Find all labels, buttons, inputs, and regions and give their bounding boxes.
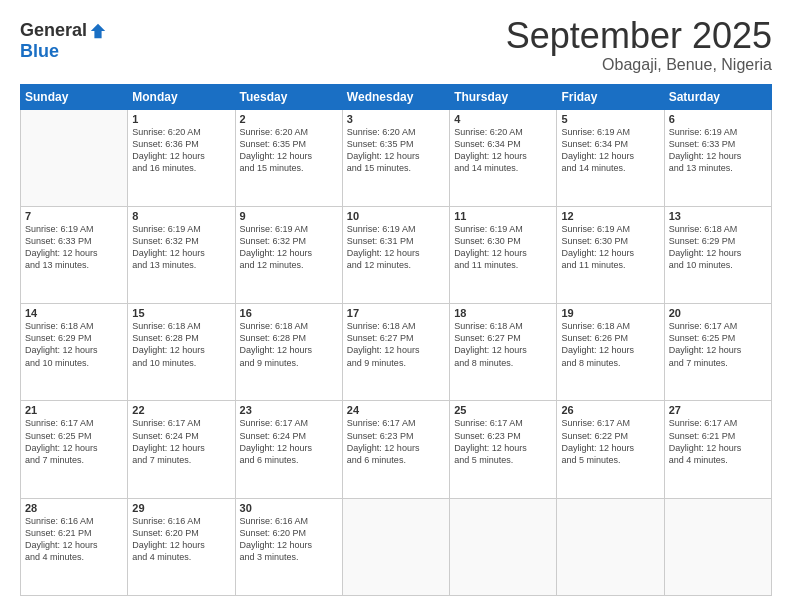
day-info: Sunrise: 6:17 AM Sunset: 6:23 PM Dayligh… <box>347 417 445 466</box>
day-info: Sunrise: 6:19 AM Sunset: 6:31 PM Dayligh… <box>347 223 445 272</box>
calendar-cell: 12Sunrise: 6:19 AM Sunset: 6:30 PM Dayli… <box>557 206 664 303</box>
day-info: Sunrise: 6:16 AM Sunset: 6:20 PM Dayligh… <box>132 515 230 564</box>
calendar-day-header: Sunday <box>21 84 128 109</box>
day-info: Sunrise: 6:17 AM Sunset: 6:25 PM Dayligh… <box>25 417 123 466</box>
day-info: Sunrise: 6:18 AM Sunset: 6:26 PM Dayligh… <box>561 320 659 369</box>
day-number: 18 <box>454 307 552 319</box>
calendar-day-header: Wednesday <box>342 84 449 109</box>
title-block: September 2025 Obagaji, Benue, Nigeria <box>506 16 772 74</box>
logo-blue: Blue <box>20 41 59 62</box>
day-info: Sunrise: 6:19 AM Sunset: 6:32 PM Dayligh… <box>132 223 230 272</box>
day-info: Sunrise: 6:19 AM Sunset: 6:33 PM Dayligh… <box>25 223 123 272</box>
day-info: Sunrise: 6:18 AM Sunset: 6:28 PM Dayligh… <box>132 320 230 369</box>
calendar-day-header: Thursday <box>450 84 557 109</box>
calendar-cell: 23Sunrise: 6:17 AM Sunset: 6:24 PM Dayli… <box>235 401 342 498</box>
day-number: 28 <box>25 502 123 514</box>
day-number: 2 <box>240 113 338 125</box>
calendar-week-row: 28Sunrise: 6:16 AM Sunset: 6:21 PM Dayli… <box>21 498 772 595</box>
day-info: Sunrise: 6:19 AM Sunset: 6:32 PM Dayligh… <box>240 223 338 272</box>
day-number: 20 <box>669 307 767 319</box>
day-number: 15 <box>132 307 230 319</box>
day-number: 11 <box>454 210 552 222</box>
calendar-cell: 1Sunrise: 6:20 AM Sunset: 6:36 PM Daylig… <box>128 109 235 206</box>
calendar-cell: 15Sunrise: 6:18 AM Sunset: 6:28 PM Dayli… <box>128 304 235 401</box>
calendar-cell: 9Sunrise: 6:19 AM Sunset: 6:32 PM Daylig… <box>235 206 342 303</box>
calendar-cell: 11Sunrise: 6:19 AM Sunset: 6:30 PM Dayli… <box>450 206 557 303</box>
day-number: 16 <box>240 307 338 319</box>
calendar-day-header: Saturday <box>664 84 771 109</box>
calendar-cell: 24Sunrise: 6:17 AM Sunset: 6:23 PM Dayli… <box>342 401 449 498</box>
calendar-cell: 13Sunrise: 6:18 AM Sunset: 6:29 PM Dayli… <box>664 206 771 303</box>
calendar-cell <box>557 498 664 595</box>
calendar-cell <box>21 109 128 206</box>
day-number: 6 <box>669 113 767 125</box>
svg-marker-0 <box>91 23 105 37</box>
calendar-cell: 30Sunrise: 6:16 AM Sunset: 6:20 PM Dayli… <box>235 498 342 595</box>
calendar-cell: 14Sunrise: 6:18 AM Sunset: 6:29 PM Dayli… <box>21 304 128 401</box>
calendar-cell <box>342 498 449 595</box>
calendar-cell: 16Sunrise: 6:18 AM Sunset: 6:28 PM Dayli… <box>235 304 342 401</box>
calendar-cell: 17Sunrise: 6:18 AM Sunset: 6:27 PM Dayli… <box>342 304 449 401</box>
day-number: 24 <box>347 404 445 416</box>
calendar-cell: 27Sunrise: 6:17 AM Sunset: 6:21 PM Dayli… <box>664 401 771 498</box>
calendar-cell: 25Sunrise: 6:17 AM Sunset: 6:23 PM Dayli… <box>450 401 557 498</box>
calendar-day-header: Tuesday <box>235 84 342 109</box>
calendar-cell: 4Sunrise: 6:20 AM Sunset: 6:34 PM Daylig… <box>450 109 557 206</box>
page-subtitle: Obagaji, Benue, Nigeria <box>506 56 772 74</box>
calendar-week-row: 1Sunrise: 6:20 AM Sunset: 6:36 PM Daylig… <box>21 109 772 206</box>
calendar-cell: 6Sunrise: 6:19 AM Sunset: 6:33 PM Daylig… <box>664 109 771 206</box>
day-number: 17 <box>347 307 445 319</box>
day-info: Sunrise: 6:17 AM Sunset: 6:24 PM Dayligh… <box>132 417 230 466</box>
calendar-week-row: 21Sunrise: 6:17 AM Sunset: 6:25 PM Dayli… <box>21 401 772 498</box>
day-number: 29 <box>132 502 230 514</box>
calendar-week-row: 7Sunrise: 6:19 AM Sunset: 6:33 PM Daylig… <box>21 206 772 303</box>
day-info: Sunrise: 6:20 AM Sunset: 6:35 PM Dayligh… <box>347 126 445 175</box>
header: General Blue September 2025 Obagaji, Ben… <box>20 16 772 74</box>
logo: General Blue <box>20 16 107 62</box>
day-info: Sunrise: 6:16 AM Sunset: 6:20 PM Dayligh… <box>240 515 338 564</box>
calendar-day-header: Friday <box>557 84 664 109</box>
day-info: Sunrise: 6:19 AM Sunset: 6:34 PM Dayligh… <box>561 126 659 175</box>
day-info: Sunrise: 6:17 AM Sunset: 6:23 PM Dayligh… <box>454 417 552 466</box>
day-number: 14 <box>25 307 123 319</box>
page: General Blue September 2025 Obagaji, Ben… <box>0 0 792 612</box>
day-info: Sunrise: 6:19 AM Sunset: 6:33 PM Dayligh… <box>669 126 767 175</box>
calendar-cell: 20Sunrise: 6:17 AM Sunset: 6:25 PM Dayli… <box>664 304 771 401</box>
calendar-cell: 21Sunrise: 6:17 AM Sunset: 6:25 PM Dayli… <box>21 401 128 498</box>
day-info: Sunrise: 6:17 AM Sunset: 6:22 PM Dayligh… <box>561 417 659 466</box>
logo-icon <box>89 22 107 40</box>
calendar-cell: 5Sunrise: 6:19 AM Sunset: 6:34 PM Daylig… <box>557 109 664 206</box>
day-number: 3 <box>347 113 445 125</box>
day-info: Sunrise: 6:19 AM Sunset: 6:30 PM Dayligh… <box>561 223 659 272</box>
day-number: 21 <box>25 404 123 416</box>
day-number: 30 <box>240 502 338 514</box>
logo-general: General <box>20 20 87 41</box>
day-info: Sunrise: 6:18 AM Sunset: 6:27 PM Dayligh… <box>347 320 445 369</box>
day-number: 8 <box>132 210 230 222</box>
day-number: 10 <box>347 210 445 222</box>
day-number: 4 <box>454 113 552 125</box>
day-info: Sunrise: 6:17 AM Sunset: 6:25 PM Dayligh… <box>669 320 767 369</box>
calendar-cell: 8Sunrise: 6:19 AM Sunset: 6:32 PM Daylig… <box>128 206 235 303</box>
day-number: 5 <box>561 113 659 125</box>
day-info: Sunrise: 6:18 AM Sunset: 6:29 PM Dayligh… <box>669 223 767 272</box>
day-number: 7 <box>25 210 123 222</box>
day-info: Sunrise: 6:20 AM Sunset: 6:35 PM Dayligh… <box>240 126 338 175</box>
day-info: Sunrise: 6:18 AM Sunset: 6:28 PM Dayligh… <box>240 320 338 369</box>
calendar-cell <box>664 498 771 595</box>
calendar-week-row: 14Sunrise: 6:18 AM Sunset: 6:29 PM Dayli… <box>21 304 772 401</box>
day-info: Sunrise: 6:18 AM Sunset: 6:27 PM Dayligh… <box>454 320 552 369</box>
calendar-header-row: SundayMondayTuesdayWednesdayThursdayFrid… <box>21 84 772 109</box>
day-number: 22 <box>132 404 230 416</box>
day-info: Sunrise: 6:16 AM Sunset: 6:21 PM Dayligh… <box>25 515 123 564</box>
calendar-cell: 10Sunrise: 6:19 AM Sunset: 6:31 PM Dayli… <box>342 206 449 303</box>
calendar-cell: 22Sunrise: 6:17 AM Sunset: 6:24 PM Dayli… <box>128 401 235 498</box>
day-info: Sunrise: 6:17 AM Sunset: 6:21 PM Dayligh… <box>669 417 767 466</box>
day-number: 1 <box>132 113 230 125</box>
day-number: 23 <box>240 404 338 416</box>
day-number: 27 <box>669 404 767 416</box>
day-number: 12 <box>561 210 659 222</box>
calendar-cell: 19Sunrise: 6:18 AM Sunset: 6:26 PM Dayli… <box>557 304 664 401</box>
calendar-cell: 2Sunrise: 6:20 AM Sunset: 6:35 PM Daylig… <box>235 109 342 206</box>
calendar-cell: 3Sunrise: 6:20 AM Sunset: 6:35 PM Daylig… <box>342 109 449 206</box>
